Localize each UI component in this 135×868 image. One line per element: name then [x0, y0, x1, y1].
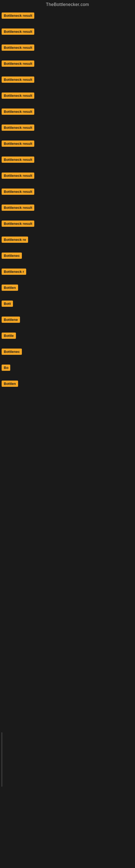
bottleneck-badge[interactable]: Bottleneck result: [2, 61, 34, 67]
result-row: Bottleneck result: [0, 10, 135, 22]
bottleneck-badge[interactable]: Bottlene: [2, 316, 20, 323]
result-row: Bottleneck result: [0, 170, 135, 182]
bottleneck-badge[interactable]: Bottleneck result: [2, 205, 34, 211]
result-row: Bottleneck result: [0, 106, 135, 118]
site-title: TheBottlenecker.com: [0, 0, 135, 10]
bottleneck-badge[interactable]: Bottlenec: [2, 252, 22, 259]
result-row: Bottleneck result: [0, 26, 135, 38]
result-row: Bottleneck result: [0, 218, 135, 230]
result-row: Bott: [0, 299, 135, 310]
result-row: Bottle: [0, 330, 135, 342]
result-row: Bottleneck result: [0, 90, 135, 102]
result-row: Bottleneck r: [0, 267, 135, 278]
bottleneck-badge[interactable]: Bottleneck result: [2, 108, 34, 115]
result-row: Bottleneck result: [0, 203, 135, 214]
result-row: Bottleneck result: [0, 74, 135, 86]
bottleneck-badge[interactable]: Bottlen: [2, 380, 18, 387]
result-row: Bottleneck result: [0, 58, 135, 70]
bottleneck-badge[interactable]: Bottle: [2, 333, 16, 339]
bottleneck-badge[interactable]: Bo: [2, 365, 10, 371]
bottleneck-badge[interactable]: Bottleneck result: [2, 156, 34, 163]
result-row: Bottleneck result: [0, 154, 135, 166]
result-row: Bo: [0, 362, 135, 374]
bottleneck-badge[interactable]: Bottlenec: [2, 348, 22, 355]
bottleneck-badge[interactable]: Bottleneck result: [2, 93, 34, 99]
result-row: Bottleneck result: [0, 122, 135, 134]
bottleneck-badge[interactable]: Bottleneck result: [2, 220, 34, 227]
vertical-line: [2, 733, 2, 786]
bottleneck-badge[interactable]: Bottleneck result: [2, 141, 34, 147]
result-row: Bottleneck result: [0, 138, 135, 150]
result-row: Bottleneck result: [0, 186, 135, 198]
bottleneck-badge[interactable]: Bottleneck result: [2, 188, 34, 195]
results-container: Bottleneck resultBottleneck resultBottle…: [0, 10, 135, 390]
result-row: Bottlen: [0, 378, 135, 390]
result-row: Bottlenec: [0, 250, 135, 262]
bottleneck-badge[interactable]: Bottleneck r: [2, 269, 26, 275]
result-row: Bottlenec: [0, 346, 135, 358]
bottleneck-badge[interactable]: Bottleneck result: [2, 173, 34, 179]
bottleneck-badge[interactable]: Bott: [2, 301, 13, 307]
result-row: Bottlene: [0, 314, 135, 326]
result-row: Bottlen: [0, 282, 135, 294]
bottleneck-badge[interactable]: Bottleneck result: [2, 29, 34, 35]
bottleneck-badge[interactable]: Bottleneck result: [2, 76, 34, 83]
bottleneck-badge[interactable]: Bottleneck re: [2, 237, 28, 243]
bottleneck-badge[interactable]: Bottleneck result: [2, 12, 34, 19]
result-row: Bottleneck result: [0, 42, 135, 54]
result-row: Bottleneck re: [0, 235, 135, 246]
bottleneck-badge[interactable]: Bottleneck result: [2, 124, 34, 131]
bottleneck-badge[interactable]: Bottleneck result: [2, 44, 34, 51]
bottleneck-badge[interactable]: Bottlen: [2, 284, 18, 291]
